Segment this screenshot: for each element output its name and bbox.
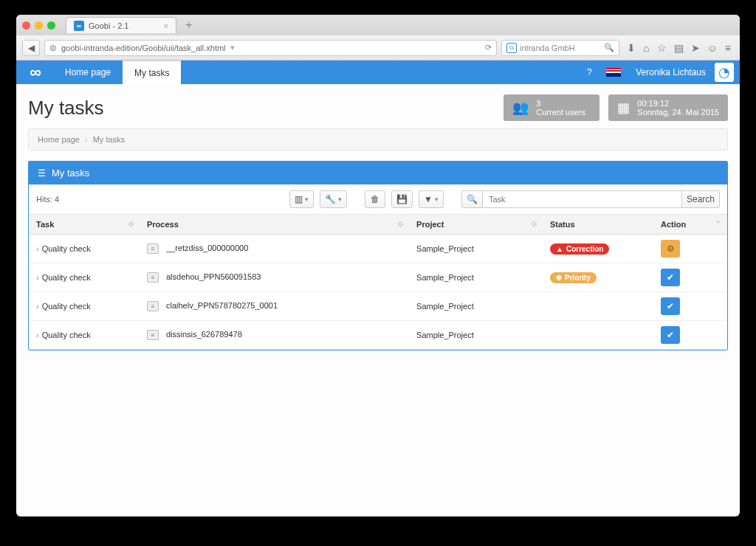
current-users-box[interactable]: 👥 3 Current users xyxy=(504,94,599,121)
app-logo-icon[interactable]: ∞ xyxy=(16,61,53,84)
process-name[interactable]: alsdehou_PPN560091583 xyxy=(166,272,261,281)
home-icon[interactable]: ⌂ xyxy=(643,42,649,54)
nav-home-label: Home page xyxy=(65,67,111,77)
send-icon[interactable]: ➤ xyxy=(691,42,700,54)
filter-button[interactable]: ▼ xyxy=(419,190,444,208)
close-tab-icon[interactable]: × xyxy=(164,21,168,30)
back-button[interactable]: ◀ xyxy=(22,40,40,56)
table-row: ›Quality check≡claihelv_PPN578780275_000… xyxy=(29,292,727,321)
sort-icon: ⌃ xyxy=(715,220,721,227)
url-field[interactable]: ◍ goobi-intranda-edition/Goobi/uii/task_… xyxy=(44,40,497,56)
status-badge-correction: ▲Correction xyxy=(550,243,609,255)
breadcrumb: Home page › My tasks xyxy=(28,128,728,151)
task-name[interactable]: Quality check xyxy=(42,244,91,253)
list-icon xyxy=(38,167,46,179)
expand-icon[interactable]: › xyxy=(36,244,39,253)
page-title: My tasks xyxy=(28,97,495,120)
clock-date: Sonntag, 24. Mai 2015 xyxy=(637,108,719,117)
breadcrumb-sep-icon: › xyxy=(85,135,88,144)
panel-heading: My tasks xyxy=(29,162,727,184)
globe-icon: ◍ xyxy=(49,43,57,52)
user-name-label: Veronika Lichtaus xyxy=(636,67,706,77)
crumb-home[interactable]: Home page xyxy=(38,135,80,144)
user-name[interactable]: Veronika Lichtaus xyxy=(627,61,715,84)
col-status[interactable]: Status xyxy=(543,215,653,235)
process-icon[interactable]: ≡ xyxy=(147,243,159,254)
reload-icon[interactable]: ⟳ xyxy=(485,43,492,52)
table-header-row: Task◇ Process◇ Project◇ Status Action⌃ xyxy=(29,215,727,235)
action-settings-button[interactable]: ⚙ xyxy=(661,240,680,258)
nav-home[interactable]: Home page xyxy=(53,61,123,84)
download-icon[interactable]: ⬇ xyxy=(627,42,636,54)
check-icon: ✔ xyxy=(667,272,674,283)
language-flag-icon[interactable] xyxy=(606,68,621,77)
tasks-table: Task◇ Process◇ Project◇ Status Action⌃ xyxy=(29,215,727,350)
process-icon[interactable]: ≡ xyxy=(147,330,159,340)
col-action[interactable]: Action⌃ xyxy=(653,215,727,235)
settings-button[interactable]: 🔧 xyxy=(320,190,347,208)
title-row: My tasks 👥 3 Current users ▦ 00:19:12 So… xyxy=(28,84,728,128)
process-name[interactable]: __retzdiss_000000000 xyxy=(166,243,248,252)
expand-icon[interactable]: › xyxy=(36,273,39,282)
new-tab-button[interactable]: + xyxy=(181,18,196,32)
table-row: ›Quality check≡alsdehou_PPN560091583Samp… xyxy=(29,263,727,292)
expand-icon[interactable]: › xyxy=(36,302,39,311)
search-button-label: Search xyxy=(687,194,715,204)
check-icon: ✔ xyxy=(667,301,674,311)
table-row: ›Quality check≡__retzdiss_000000000Sampl… xyxy=(29,235,727,263)
col-task[interactable]: Task◇ xyxy=(29,215,140,235)
save-button[interactable]: 💾 xyxy=(391,190,413,208)
search-mag-icon: 🔍 xyxy=(604,43,614,52)
bookmark-icon[interactable]: ☆ xyxy=(657,42,667,54)
smiley-icon[interactable]: ☺ xyxy=(707,42,718,54)
users-icon: 👥 xyxy=(512,100,529,116)
task-name[interactable]: Quality check xyxy=(42,331,91,339)
crumb-current: My tasks xyxy=(93,135,125,144)
panel-title: My tasks xyxy=(52,167,89,179)
task-search: 🔍 Search xyxy=(461,190,720,208)
clipboard-icon[interactable]: ▤ xyxy=(674,42,684,54)
warning-icon: ▲ xyxy=(556,245,563,253)
browser-window: ∞ Goobi - 2.1 × + ◀ ◍ goobi-intranda-edi… xyxy=(16,15,740,516)
users-label: Current users xyxy=(536,108,585,117)
project-name: Sample_Project xyxy=(416,331,474,339)
minimize-window-icon[interactable] xyxy=(35,21,43,30)
task-name[interactable]: Quality check xyxy=(42,302,91,311)
process-icon[interactable]: ≡ xyxy=(147,301,159,311)
expand-icon[interactable]: › xyxy=(36,331,39,339)
action-accept-button[interactable]: ✔ xyxy=(661,297,680,315)
action-accept-button[interactable]: ✔ xyxy=(661,326,680,344)
process-icon[interactable]: ≡ xyxy=(147,272,159,283)
process-name[interactable]: dissinsis_626789478 xyxy=(166,330,242,339)
maximize-window-icon[interactable] xyxy=(47,21,55,30)
browser-tab[interactable]: ∞ Goobi - 2.1 × xyxy=(66,17,176,33)
col-process[interactable]: Process◇ xyxy=(140,215,409,235)
project-name: Sample_Project xyxy=(416,302,474,311)
project-name: Sample_Project xyxy=(416,273,474,282)
clock-time: 00:19:12 xyxy=(637,99,719,108)
task-search-input[interactable] xyxy=(483,190,682,208)
task-name[interactable]: Quality check xyxy=(42,273,91,282)
menu-icon[interactable]: ≡ xyxy=(725,42,731,54)
search-icon[interactable]: 🔍 xyxy=(461,190,483,208)
window-controls xyxy=(22,21,55,30)
calendar-icon: ▦ xyxy=(617,100,630,116)
tab-title: Goobi - 2.1 xyxy=(89,21,128,30)
trash-button[interactable]: 🗑 xyxy=(365,190,385,208)
browser-toolbar: ◀ ◍ goobi-intranda-edition/Goobi/uii/tas… xyxy=(16,35,740,61)
columns-button[interactable]: ▥ xyxy=(289,190,314,208)
dropdown-icon[interactable]: ▾ xyxy=(230,43,235,52)
user-avatar-icon[interactable]: ◔ xyxy=(715,63,734,82)
gear-icon: ⚙ xyxy=(667,243,675,254)
status-badge-priority: ✹Priority xyxy=(550,272,597,283)
process-name[interactable]: claihelv_PPN578780275_0001 xyxy=(166,301,278,310)
close-window-icon[interactable] xyxy=(22,21,30,30)
nav-my-tasks[interactable]: My tasks xyxy=(123,61,181,84)
sort-icon: ◇ xyxy=(398,220,403,227)
help-icon[interactable]: ? xyxy=(578,61,600,84)
search-button[interactable]: Search xyxy=(682,190,720,208)
browser-search-field[interactable]: G intranda GmbH 🔍 xyxy=(501,40,619,56)
search-placeholder: intranda GmbH xyxy=(520,44,575,52)
col-project[interactable]: Project◇ xyxy=(409,215,543,235)
action-accept-button[interactable]: ✔ xyxy=(661,269,680,286)
